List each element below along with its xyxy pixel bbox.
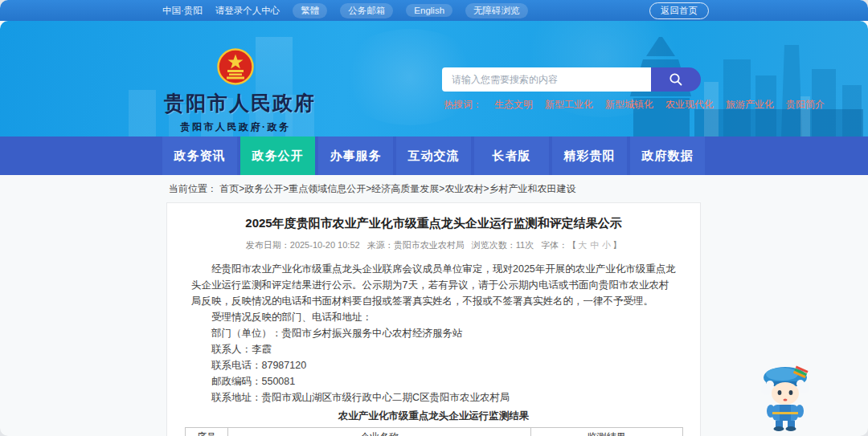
header-cell-index: 序号 xyxy=(185,428,228,436)
search-input[interactable] xyxy=(442,67,651,92)
nav-tab-zhangzheban[interactable]: 长者版 xyxy=(474,137,549,175)
font-size-large-button[interactable]: 大 xyxy=(578,240,587,250)
site-name: 贵阳市人民政府 xyxy=(164,90,307,116)
toplink-accessibility[interactable]: 无障碍浏览 xyxy=(465,3,528,18)
monitoring-result-table: 序号 企业名称 监测结果 1 贵州合力超市采购有限公司 合格 2 贵州友禾种业有… xyxy=(185,427,683,436)
hot-search-words: 热搜词： 生态文明 新型工业化 新型城镇化 农业现代化 旅游产业化 贵阳简介 xyxy=(444,98,825,112)
article-paragraph: 受理情况反映的部门、电话和地址： xyxy=(191,309,676,325)
nav-tab-hudong-jiaoliu[interactable]: 互动交流 xyxy=(396,137,471,175)
contact-line-address: 联系地址：贵阳市观山湖区市级行政中心二期C区贵阳市农业农村局 xyxy=(191,389,676,405)
contact-line-phone: 联系电话：87987120 xyxy=(191,357,676,373)
contact-line-department: 部门（单位）：贵阳市乡村振兴服务中心农村经济服务站 xyxy=(191,325,676,341)
header-cell-company: 企业名称 xyxy=(228,428,530,436)
hot-words-label: 热搜词： xyxy=(444,98,482,112)
contact-line-postcode: 邮政编码：550081 xyxy=(191,373,676,389)
toplink-english[interactable]: English xyxy=(406,4,452,17)
nav-tab-jingcai-guiyang[interactable]: 精彩贵阳 xyxy=(552,137,627,175)
views-value: 11次 xyxy=(516,240,534,250)
font-size-small-button[interactable]: 小 xyxy=(602,240,611,250)
nav-tab-banshi-fuwu[interactable]: 办事服务 xyxy=(318,137,393,175)
font-size-medium-button[interactable]: 中 xyxy=(590,240,599,250)
views-label: 浏览次数： xyxy=(472,240,516,250)
bracket: 】 xyxy=(612,240,621,250)
nav-tab-zhengfu-shuju[interactable]: 政府数据 xyxy=(630,137,705,175)
breadcrumb-label: 当前位置： xyxy=(169,183,217,194)
site-banner: 贵阳市人民政府 贵阳市人民政府·政务 www.guiyang.gov.cn 热搜… xyxy=(0,21,868,137)
publish-date-label: 发布日期： xyxy=(246,240,290,250)
article-card: 2025年度贵阳市农业产业化市级重点龙头企业运行监测和评定结果公示 发布日期：2… xyxy=(166,202,701,436)
article-paragraph: 经贵阳市农业产业化市级重点龙头企业联席会议成员单位审定，现对2025年开展的农业… xyxy=(191,261,676,309)
browser-page: 中国·贵阳 请登录个人中心 繁體 公务邮箱 English 无障碍浏览 返回首页 xyxy=(0,0,868,436)
header-cell-result: 监测结果 xyxy=(530,428,682,436)
hot-word-link[interactable]: 贵阳简介 xyxy=(786,98,825,112)
table-header-row: 序号 企业名称 监测结果 xyxy=(185,428,682,436)
source-label: 来源： xyxy=(367,240,394,250)
bracket: 【 xyxy=(567,240,576,250)
site-logo[interactable]: 贵阳市人民政府 贵阳市人民政府·政务 www.guiyang.gov.cn xyxy=(164,48,307,137)
search-button[interactable] xyxy=(651,67,701,92)
breadcrumb: 当前位置： 首页>政务公开>重点领域信息公开>经济高质量发展>农业农村>乡村产业… xyxy=(169,182,575,196)
mascot-assistant-icon[interactable] xyxy=(750,361,817,432)
font-size-label: 字体： xyxy=(541,240,567,250)
main-nav: 政务资讯 政务公开 办事服务 互动交流 长者版 精彩贵阳 政府数据 xyxy=(0,137,868,175)
publish-date: 2025-10-20 10:52 xyxy=(290,240,360,250)
breadcrumb-path[interactable]: 首页>政务公开>重点领域信息公开>经济高质量发展>农业农村>乡村产业和农田建设 xyxy=(219,183,575,194)
toplink-login-center[interactable]: 请登录个人中心 xyxy=(215,5,280,17)
hot-word-link[interactable]: 旅游产业化 xyxy=(726,98,774,112)
table-caption: 农业产业化市级重点龙头企业运行监测结果 xyxy=(167,410,700,423)
hot-word-link[interactable]: 农业现代化 xyxy=(665,98,714,112)
toplink-official-mail[interactable]: 公务邮箱 xyxy=(340,3,393,18)
article-body: 经贵阳市农业产业化市级重点龙头企业联席会议成员单位审定，现对2025年开展的农业… xyxy=(191,261,676,405)
hot-word-link[interactable]: 新型工业化 xyxy=(545,98,593,112)
nav-tab-zhengwu-gongkai[interactable]: 政务公开 xyxy=(240,137,315,175)
site-subtitle: 贵阳市人民政府·政务 xyxy=(164,120,307,134)
source-value: 贵阳市农业农村局 xyxy=(394,240,465,250)
search-icon xyxy=(669,72,683,87)
article-title: 2025年度贵阳市农业产业化市级重点龙头企业运行监测和评定结果公示 xyxy=(167,216,700,231)
contact-line-person: 联系人：李霞 xyxy=(191,341,676,357)
top-utility-bar: 中国·贵阳 请登录个人中心 繁體 公务邮箱 English 无障碍浏览 返回首页 xyxy=(0,0,868,21)
hot-word-link[interactable]: 新型城镇化 xyxy=(605,98,653,112)
national-emblem-icon xyxy=(217,48,254,85)
hot-word-link[interactable]: 生态文明 xyxy=(494,98,533,112)
nav-tab-zhengwu-zixun[interactable]: 政务资讯 xyxy=(162,137,237,175)
article-meta: 发布日期：2025-10-20 10:52 来源：贵阳市农业农村局 浏览次数：1… xyxy=(167,239,700,251)
return-home-button[interactable]: 返回首页 xyxy=(649,2,709,19)
toplink-traditional-chinese[interactable]: 繁體 xyxy=(293,3,327,18)
search-bar xyxy=(442,67,701,92)
toplink-china-guiyang[interactable]: 中国·贵阳 xyxy=(162,5,203,17)
